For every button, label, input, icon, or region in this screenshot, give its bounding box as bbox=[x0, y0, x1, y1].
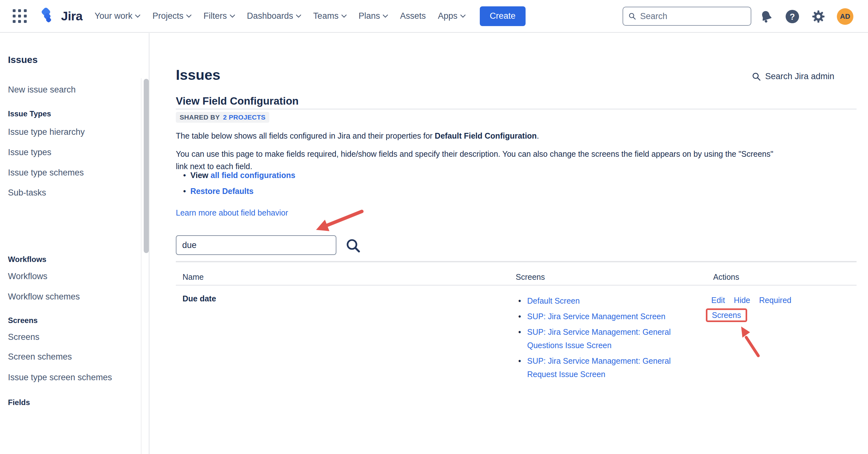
chevron-down-icon bbox=[230, 14, 235, 18]
screens-cell: Default Screen SUP: Jira Service Managem… bbox=[518, 294, 680, 383]
sidebar-item-sub-tasks[interactable]: Sub-tasks bbox=[8, 188, 46, 198]
main-content: Issues Search Jira admin View Field Conf… bbox=[150, 33, 868, 454]
required-action-link[interactable]: Required bbox=[759, 296, 792, 305]
main-menu: Your work Projects Filters Dashboards Te… bbox=[94, 11, 465, 21]
screen-link[interactable]: SUP: Jira Service Management: General Re… bbox=[527, 356, 671, 379]
shared-projects-link[interactable]: 2 PROJECTS bbox=[223, 114, 266, 121]
chevron-down-icon bbox=[383, 14, 388, 18]
list-item: Default Screen bbox=[518, 294, 680, 307]
search-icon bbox=[345, 238, 361, 253]
nav-teams[interactable]: Teams bbox=[313, 11, 347, 21]
chevron-down-icon bbox=[296, 14, 301, 18]
nav-your-work[interactable]: Your work bbox=[94, 11, 140, 21]
chevron-down-icon bbox=[460, 14, 465, 18]
screens-action-highlight-box: Screens bbox=[706, 308, 747, 322]
global-search[interactable] bbox=[623, 7, 751, 26]
sidebar-item-issue-type-schemes[interactable]: Issue type schemes bbox=[8, 168, 84, 178]
sidebar-item-screens[interactable]: Screens bbox=[8, 332, 39, 342]
sidebar-item-screen-schemes[interactable]: Screen schemes bbox=[8, 352, 72, 362]
sidebar-item-workflow-schemes[interactable]: Workflow schemes bbox=[8, 292, 80, 302]
nav-filters[interactable]: Filters bbox=[204, 11, 235, 21]
nav-assets[interactable]: Assets bbox=[400, 11, 426, 21]
annotation-arrow-to-screens-action bbox=[737, 324, 763, 359]
learn-more-link[interactable]: Learn more about field behavior bbox=[176, 208, 288, 217]
nav-projects[interactable]: Projects bbox=[152, 11, 191, 21]
chevron-down-icon bbox=[135, 14, 140, 18]
nav-apps[interactable]: Apps bbox=[438, 11, 465, 21]
sidebar-scrollbar-track bbox=[141, 78, 142, 454]
jira-logo[interactable]: Jira bbox=[41, 7, 82, 25]
learn-more-link-wrap: Learn more about field behavior bbox=[176, 208, 288, 217]
global-search-input[interactable] bbox=[640, 11, 746, 21]
svg-text:?: ? bbox=[790, 12, 795, 21]
list-item: View all field configurations bbox=[183, 171, 296, 180]
user-avatar[interactable]: AD bbox=[837, 8, 854, 25]
sidebar-scrollbar-thumb[interactable] bbox=[144, 79, 149, 253]
column-header-actions: Actions bbox=[713, 272, 739, 282]
filter-search-button[interactable] bbox=[345, 238, 361, 253]
annotation-arrow-to-filter-input bbox=[312, 207, 369, 239]
table-top-divider bbox=[176, 261, 857, 262]
field-filter-input[interactable] bbox=[176, 235, 336, 255]
usage-paragraph: You can use this page to make fields req… bbox=[176, 148, 773, 173]
help-icon[interactable]: ? bbox=[785, 9, 800, 24]
shared-by-badge: SHARED BY 2 PROJECTS bbox=[176, 112, 269, 123]
sidebar-item-issue-types[interactable]: Issue types bbox=[8, 148, 52, 157]
all-field-configurations-link[interactable]: all field configurations bbox=[211, 171, 296, 180]
list-item: SUP: Jira Service Management: General Re… bbox=[518, 354, 680, 381]
create-button[interactable]: Create bbox=[480, 6, 526, 26]
sidebar-section-issue-types: Issue Types bbox=[8, 109, 51, 118]
column-header-screens: Screens bbox=[516, 272, 545, 282]
settings-gear-icon[interactable] bbox=[811, 9, 826, 24]
table-header-divider bbox=[176, 285, 857, 285]
list-item: Restore Defaults bbox=[183, 187, 296, 196]
sidebar-item-issue-type-hierarchy[interactable]: Issue type hierarchy bbox=[8, 127, 85, 137]
restore-defaults-link[interactable]: Restore Defaults bbox=[190, 187, 254, 195]
heading-divider bbox=[176, 109, 857, 109]
quick-links-list: View all field configurations Restore De… bbox=[183, 171, 296, 203]
section-heading: View Field Configuration bbox=[176, 95, 299, 107]
field-name-cell: Due date bbox=[183, 294, 216, 303]
sidebar-item-issue-type-screen-schemes[interactable]: Issue type screen schemes bbox=[8, 373, 112, 383]
sidebar-title: Issues bbox=[8, 54, 37, 65]
search-jira-admin-link[interactable]: Search Jira admin bbox=[752, 71, 834, 81]
app-switcher-icon[interactable] bbox=[11, 8, 28, 25]
top-navigation: Jira Your work Projects Filters Dashboar… bbox=[0, 0, 868, 33]
chevron-down-icon bbox=[186, 14, 191, 18]
screens-action-link[interactable]: Screens bbox=[712, 311, 741, 320]
sidebar-section-fields: Fields bbox=[8, 398, 30, 407]
jira-logo-icon bbox=[41, 7, 57, 25]
nav-icon-cluster: ? AD bbox=[758, 0, 854, 33]
screen-link[interactable]: Default Screen bbox=[527, 296, 580, 305]
column-header-name: Name bbox=[183, 272, 204, 282]
edit-action-link[interactable]: Edit bbox=[711, 296, 725, 305]
admin-sidebar: Issues New issue search Issue Types Issu… bbox=[0, 33, 149, 454]
search-icon bbox=[628, 12, 636, 21]
screen-link[interactable]: SUP: Jira Service Management: General Qu… bbox=[527, 328, 671, 350]
screen-link[interactable]: SUP: Jira Service Management Screen bbox=[527, 312, 665, 321]
sidebar-section-screens: Screens bbox=[8, 316, 37, 325]
list-item: SUP: Jira Service Management: General Qu… bbox=[518, 325, 680, 352]
sidebar-item-workflows[interactable]: Workflows bbox=[8, 272, 48, 281]
nav-dashboards[interactable]: Dashboards bbox=[247, 11, 302, 21]
sidebar-item-new-issue-search[interactable]: New issue search bbox=[8, 85, 76, 95]
page-title: Issues bbox=[176, 67, 220, 83]
hide-action-link[interactable]: Hide bbox=[734, 296, 750, 305]
jira-logo-text: Jira bbox=[61, 9, 82, 23]
search-jira-admin-label: Search Jira admin bbox=[765, 71, 834, 81]
chevron-down-icon bbox=[341, 14, 347, 18]
list-item: SUP: Jira Service Management Screen bbox=[518, 310, 680, 323]
search-icon bbox=[752, 72, 761, 81]
sidebar-section-workflows: Workflows bbox=[8, 255, 46, 264]
nav-plans[interactable]: Plans bbox=[359, 11, 388, 21]
notifications-bell-icon[interactable] bbox=[758, 9, 774, 24]
description-paragraph: The table below shows all fields configu… bbox=[176, 130, 539, 142]
shared-by-label: SHARED BY bbox=[180, 114, 220, 121]
actions-cell: Edit Hide Required Screens bbox=[711, 296, 792, 322]
